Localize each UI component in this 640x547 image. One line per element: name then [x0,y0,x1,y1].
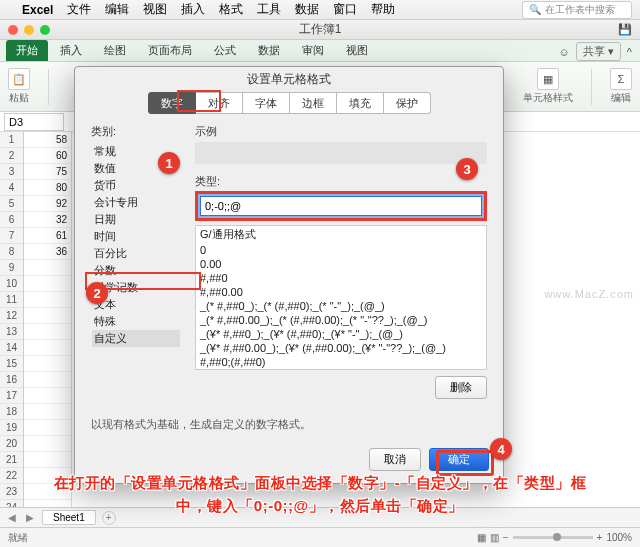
format-item[interactable]: _(¥* #,##0_);_(¥* (#,##0);_(¥* "-"_);_(@… [196,327,486,341]
view-page-icon[interactable]: ▥ [490,532,499,543]
tab-draw[interactable]: 绘图 [94,40,136,61]
row-header[interactable]: 5 [0,196,23,212]
row-header[interactable]: 18 [0,404,23,420]
search-input[interactable]: 🔍 在工作表中搜索 [522,1,632,19]
row-header[interactable]: 10 [0,276,23,292]
cell[interactable]: 60 [24,148,71,164]
zoom-out-button[interactable]: − [503,532,509,543]
zoom-window-button[interactable] [40,25,50,35]
format-item[interactable]: _(* #,##0_);_(* (#,##0);_(* "-"_);_(@_) [196,299,486,313]
tab-layout[interactable]: 页面布局 [138,40,202,61]
format-item[interactable]: #,##0 [196,271,486,285]
sample-label: 示例 [195,124,487,139]
category-item[interactable]: 货币 [92,177,180,194]
row-header[interactable]: 6 [0,212,23,228]
menu-edit[interactable]: 编辑 [105,1,129,18]
type-input[interactable] [200,196,482,216]
save-icon[interactable]: 💾 [618,23,632,36]
cell[interactable] [24,260,71,276]
row-header[interactable]: 3 [0,164,23,180]
cancel-button[interactable]: 取消 [369,448,421,471]
format-item[interactable]: _(* #,##0.00_);_(* (#,##0.00);_(* "-"??_… [196,313,486,327]
tab-home[interactable]: 开始 [6,40,48,61]
category-item[interactable]: 分数 [92,262,180,279]
share-button[interactable]: 共享 ▾ [576,42,621,61]
category-item[interactable]: 百分比 [92,245,180,262]
menu-format[interactable]: 格式 [219,1,243,18]
dialog-tab-font[interactable]: 字体 [243,92,290,114]
row-header[interactable]: 14 [0,340,23,356]
menu-help[interactable]: 帮助 [371,1,395,18]
cell[interactable]: 75 [24,164,71,180]
zoom-value[interactable]: 100% [606,532,632,543]
format-item[interactable]: #,##0.00 [196,285,486,299]
dialog-tab-protection[interactable]: 保护 [384,92,431,114]
dialog-tab-border[interactable]: 边框 [290,92,337,114]
cell[interactable]: 58 [24,132,71,148]
row-header[interactable]: 12 [0,308,23,324]
row-header[interactable]: 9 [0,260,23,276]
category-item[interactable]: 自定义 [92,330,180,347]
edit-group[interactable]: Σ 编辑 [610,68,632,105]
row-header[interactable]: 7 [0,228,23,244]
row-header[interactable]: 21 [0,452,23,468]
row-header[interactable]: 15 [0,356,23,372]
tab-review[interactable]: 审阅 [292,40,334,61]
row-header[interactable]: 16 [0,372,23,388]
row-header[interactable]: 1 [0,132,23,148]
close-window-button[interactable] [8,25,18,35]
ok-button[interactable]: 确定 [429,448,489,471]
row-header[interactable]: 4 [0,180,23,196]
chevron-up-icon[interactable]: ^ [627,46,632,58]
menu-insert[interactable]: 插入 [181,1,205,18]
row-header[interactable]: 2 [0,148,23,164]
zoom-in-button[interactable]: + [597,532,603,543]
row-headers[interactable]: 1234567891011121314151617181920212223242… [0,132,24,512]
row-header[interactable]: 11 [0,292,23,308]
format-item[interactable]: # ##0 );[红色](# ##0) [196,369,486,370]
callout-2: 2 [86,282,108,304]
format-list[interactable]: G/通用格式00.00#,##0#,##0.00_(* #,##0_);_(* … [195,225,487,370]
tab-view[interactable]: 视图 [336,40,378,61]
category-item[interactable]: 会计专用 [92,194,180,211]
cell[interactable]: 80 [24,180,71,196]
format-item[interactable]: #,##0;(#,##0) [196,355,486,369]
paste-group[interactable]: 📋 粘贴 [8,68,30,105]
minimize-window-button[interactable] [24,25,34,35]
row-header[interactable]: 8 [0,244,23,260]
dialog-tab-fill[interactable]: 填充 [337,92,384,114]
smiley-icon[interactable]: ☺ [559,46,570,58]
cell[interactable]: 61 [24,228,71,244]
row-header[interactable]: 20 [0,436,23,452]
menu-view[interactable]: 视图 [143,1,167,18]
menu-data[interactable]: 数据 [295,1,319,18]
cell[interactable]: 32 [24,212,71,228]
category-item[interactable]: 时间 [92,228,180,245]
dialog-tab-number[interactable]: 数字 [148,92,196,114]
column-a[interactable]: 5860758092326136 [24,132,72,512]
format-item[interactable]: G/通用格式 [196,226,486,243]
menu-tools[interactable]: 工具 [257,1,281,18]
delete-button[interactable]: 删除 [435,376,487,399]
category-item[interactable]: 特殊 [92,313,180,330]
cell[interactable]: 36 [24,244,71,260]
format-item[interactable]: _(¥* #,##0.00_);_(¥* (#,##0.00);_(¥* "-"… [196,341,486,355]
format-item[interactable]: 0 [196,243,486,257]
tab-formulas[interactable]: 公式 [204,40,246,61]
dialog-tab-alignment[interactable]: 对齐 [196,92,243,114]
format-item[interactable]: 0.00 [196,257,486,271]
tab-data[interactable]: 数据 [248,40,290,61]
row-header[interactable]: 19 [0,420,23,436]
menu-window[interactable]: 窗口 [333,1,357,18]
cell[interactable]: 92 [24,196,71,212]
row-header[interactable]: 17 [0,388,23,404]
tab-insert[interactable]: 插入 [50,40,92,61]
view-normal-icon[interactable]: ▦ [477,532,486,543]
cell-styles-group[interactable]: ▦ 单元格样式 [523,68,573,105]
app-name[interactable]: Excel [22,3,53,17]
menu-file[interactable]: 文件 [67,1,91,18]
row-header[interactable]: 13 [0,324,23,340]
category-item[interactable]: 日期 [92,211,180,228]
name-box[interactable] [4,113,64,131]
zoom-slider[interactable] [513,536,593,539]
